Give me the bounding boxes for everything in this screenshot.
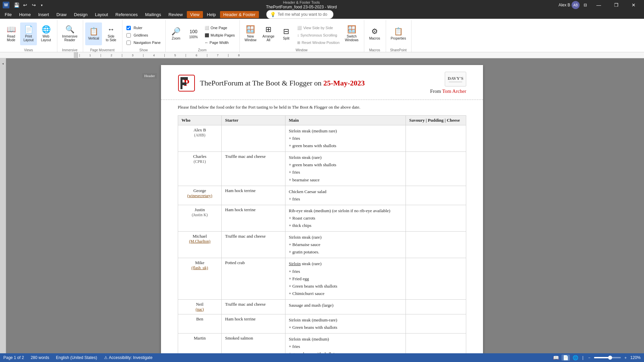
web-layout-btn[interactable]: 🌐 Web Layout bbox=[38, 22, 54, 45]
multiple-pages-btn[interactable]: ⬛Multiple Pages bbox=[203, 32, 237, 39]
cell-main: Sausage and mash (large) bbox=[285, 299, 406, 314]
menu-design[interactable]: Design bbox=[71, 11, 91, 18]
menu-mailings[interactable]: Mailings bbox=[142, 11, 165, 18]
page-body: Please find below the food order for the… bbox=[161, 100, 483, 353]
page-header: P ThePortForum at The Boot & Flogger on … bbox=[161, 65, 483, 100]
ribbon-toggle[interactable]: ⊟ bbox=[582, 1, 589, 9]
immersive-group-label: Immersive bbox=[59, 48, 80, 52]
header-label: Header bbox=[142, 73, 157, 78]
split-btn[interactable]: ⊟ Split bbox=[278, 22, 294, 45]
word-logo-icon: W bbox=[3, 2, 9, 8]
doc-title: ThePortForum_food 23-05-2023 - Word bbox=[266, 5, 337, 9]
cell-who: Justin(Justin K) bbox=[178, 205, 222, 231]
cell-main: Sirloin steak (medium-rare)+ Green beans… bbox=[285, 314, 406, 333]
print-layout-btn[interactable]: 📄 Print Layout bbox=[20, 22, 37, 45]
menu-home[interactable]: Home bbox=[16, 11, 34, 18]
navigation-pane-checkbox[interactable]: Navigation Pane bbox=[124, 39, 163, 46]
quick-access-save[interactable]: 💾 bbox=[13, 1, 20, 9]
views-group-label: Views bbox=[3, 48, 54, 52]
ruler-left-margin bbox=[74, 52, 78, 58]
cell-starter: Ham hock terrine bbox=[222, 314, 285, 333]
read-mode-btn[interactable]: 📖 Read Mode bbox=[3, 22, 19, 45]
menu-layout[interactable]: Layout bbox=[92, 11, 111, 18]
avatar[interactable]: AB bbox=[572, 1, 580, 9]
accessibility-status[interactable]: ⚠ Accessibility: Investigate bbox=[104, 355, 153, 360]
quick-access-undo[interactable]: ↩ bbox=[21, 1, 29, 9]
menu-help[interactable]: Help bbox=[204, 11, 219, 18]
user-area: Alex B AB bbox=[558, 1, 580, 9]
zoom-out-btn[interactable]: － bbox=[587, 355, 591, 361]
cell-who: George(winesecretary) bbox=[178, 186, 222, 205]
quick-access-more[interactable]: ▾ bbox=[39, 1, 44, 9]
intro-text: Please find below the food order for the… bbox=[178, 105, 466, 110]
reset-window-btn[interactable]: ⊞Reset Window Position bbox=[295, 39, 341, 46]
page-info: Page 1 of 2 bbox=[3, 355, 24, 360]
tell-me-input[interactable]: 💡 Tell me what you want to do bbox=[266, 10, 333, 19]
one-page-btn[interactable]: ⬜One Page bbox=[203, 24, 237, 31]
menu-references[interactable]: References bbox=[112, 11, 141, 18]
page-left-bar: ◂ bbox=[0, 58, 6, 353]
cell-main: Chicken Caesar salad+ fries bbox=[285, 186, 406, 205]
cell-who: Martin bbox=[178, 334, 222, 353]
minimize-button[interactable]: — bbox=[591, 0, 606, 10]
ribbon: 📖 Read Mode 📄 Print Layout 🌐 Web Layout … bbox=[0, 19, 644, 52]
vertical-btn[interactable]: 📋 Vertical bbox=[85, 22, 102, 45]
ruler-checkbox[interactable]: Ruler bbox=[124, 24, 163, 31]
zoom-btn[interactable]: 🔎 Zoom bbox=[168, 22, 184, 45]
zoom-group-label: Zoom bbox=[168, 48, 237, 52]
cell-main: Sirloin steak (medium)+ fries+ green bea… bbox=[285, 334, 406, 353]
view-mode-print[interactable]: 📄 bbox=[561, 355, 570, 361]
cell-main: Sirloin steak (rare)+ Béarnaise sauce+ g… bbox=[285, 232, 406, 258]
arrange-all-btn[interactable]: ⊞ Arrange All bbox=[260, 22, 277, 45]
menu-review[interactable]: Review bbox=[165, 11, 186, 18]
immersive-reader-btn[interactable]: 🔍 Immersive Reader bbox=[59, 22, 80, 45]
page-width-btn[interactable]: ↔Page Width bbox=[203, 39, 237, 46]
cell-savoury bbox=[406, 125, 466, 152]
zoom-slider[interactable] bbox=[594, 357, 621, 358]
new-window-btn[interactable]: 🪟 New Window bbox=[242, 22, 259, 45]
cell-starter: Smoked salmon bbox=[222, 334, 285, 353]
synchronous-scrolling-btn[interactable]: ↕Synchronous Scrolling bbox=[295, 32, 341, 39]
cell-savoury bbox=[406, 314, 466, 333]
status-bar: Page 1 of 2 280 words English (United St… bbox=[0, 353, 644, 362]
menu-file[interactable]: File bbox=[1, 11, 15, 18]
show-group-label: Show bbox=[124, 48, 163, 52]
menu-view[interactable]: View bbox=[187, 11, 203, 18]
cell-savoury bbox=[406, 232, 466, 258]
cell-who: Charles(CPR1) bbox=[178, 152, 222, 186]
view-mode-web[interactable]: 🌐 bbox=[573, 355, 578, 360]
zoom-in-btn[interactable]: ＋ bbox=[624, 355, 628, 361]
food-table: Who Starter Main Savoury | Pudding | Che… bbox=[178, 115, 466, 353]
gridlines-checkbox[interactable]: Gridlines bbox=[124, 32, 163, 39]
menu-draw[interactable]: Draw bbox=[53, 11, 70, 18]
cell-who: Neil(nac) bbox=[178, 299, 222, 314]
switch-windows-btn[interactable]: 🪟 Switch Windows bbox=[342, 22, 361, 45]
collapse-icon[interactable]: ◂ bbox=[2, 62, 4, 65]
cell-starter: Truffle mac and cheese bbox=[222, 299, 285, 314]
side-to-side-btn[interactable]: ↔ Side to Side bbox=[103, 22, 119, 45]
menu-insert[interactable]: Insert bbox=[35, 11, 53, 18]
page-movement-group-label: Page Movement bbox=[85, 48, 119, 52]
cell-starter bbox=[222, 125, 285, 152]
properties-btn[interactable]: 📋 Properties bbox=[388, 22, 409, 45]
view-side-by-side-btn[interactable]: ⬜View Side by Side bbox=[295, 24, 341, 31]
cell-savoury bbox=[406, 299, 466, 314]
table-row: Justin(Justin K)Ham hock terrineRib-eye … bbox=[178, 205, 466, 231]
table-row: Neil(nac)Truffle mac and cheeseSausage a… bbox=[178, 299, 466, 314]
macros-btn[interactable]: ⚙ Macros bbox=[366, 22, 383, 45]
restore-button[interactable]: ❐ bbox=[608, 0, 624, 10]
close-button[interactable]: ✕ bbox=[626, 0, 641, 10]
language-status[interactable]: English (United States) bbox=[56, 355, 97, 360]
from-line: From Tom Archer bbox=[430, 88, 466, 94]
table-row: Mike(flash_uk)Potted crabSirloin steak (… bbox=[178, 258, 466, 299]
zoom-100-btn[interactable]: 100 100% bbox=[185, 22, 202, 45]
cell-main: Sirloin steak (rare)+ fries+ Fried egg+ … bbox=[285, 258, 406, 299]
menu-header-footer[interactable]: Header & Footer bbox=[220, 11, 259, 18]
cell-savoury bbox=[406, 334, 466, 353]
cell-savoury bbox=[406, 258, 466, 299]
cell-who: Mike(flash_uk) bbox=[178, 258, 222, 299]
quick-access-redo[interactable]: ↪ bbox=[30, 1, 38, 9]
window-group-label: Window bbox=[242, 48, 361, 52]
col-who: Who bbox=[178, 116, 222, 125]
view-mode-read[interactable]: 📖 bbox=[553, 355, 559, 360]
